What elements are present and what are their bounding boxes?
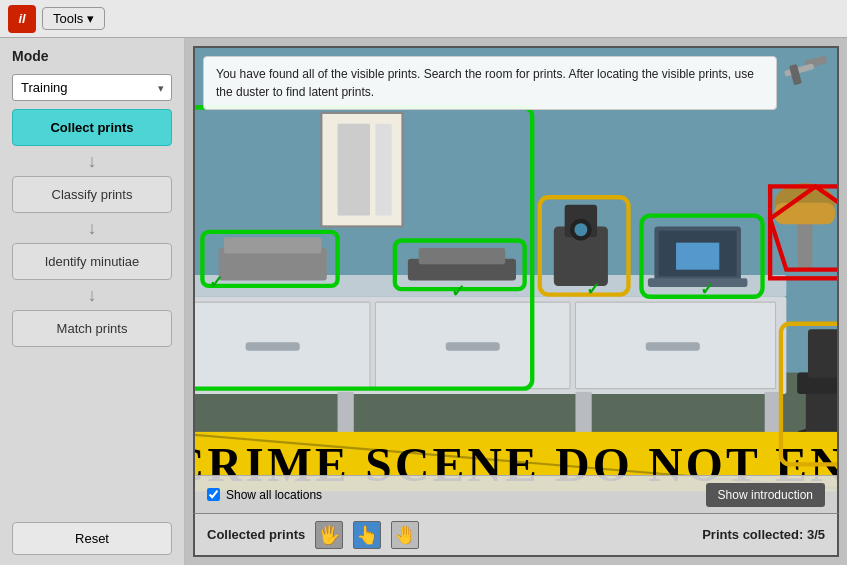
show-intro-button[interactable]: Show introduction: [706, 483, 825, 507]
tools-dropdown-arrow: ▾: [87, 11, 94, 26]
tools-label: Tools: [53, 11, 83, 26]
svg-rect-28: [676, 243, 719, 270]
svg-rect-32: [774, 203, 835, 225]
step-classify-label: Classify prints: [52, 187, 133, 202]
toolbar: il Tools ▾: [0, 0, 847, 38]
svg-text:✓: ✓: [700, 279, 714, 299]
svg-rect-16: [338, 124, 370, 216]
prints-count: Prints collected: 3/5: [702, 527, 825, 542]
duster-icon: [779, 56, 829, 97]
step-identify-button[interactable]: Identify minutiae: [12, 243, 172, 280]
scene-svg: CRIME SCENE DO NOT EN ✓ ✓ ✓ ✓: [195, 48, 837, 513]
show-locations-checkbox[interactable]: [207, 488, 220, 501]
svg-text:✓: ✓: [209, 272, 223, 292]
mode-select[interactable]: Training Assessment: [12, 74, 172, 101]
scene-bottom-bar: Show all locations Show introduction: [195, 475, 837, 513]
mode-select-wrapper: Training Assessment ▾: [12, 74, 172, 101]
scene-wrapper[interactable]: CRIME SCENE DO NOT EN ✓ ✓ ✓ ✓: [193, 46, 839, 513]
reset-button[interactable]: Reset: [12, 522, 172, 555]
main-layout: Mode Training Assessment ▾ Collect print…: [0, 38, 847, 565]
svg-rect-10: [646, 342, 700, 351]
step-classify-button[interactable]: Classify prints: [12, 176, 172, 213]
instruction-text: You have found all of the visible prints…: [216, 67, 754, 99]
step-arrow-1: ↓: [12, 152, 172, 170]
step-match-label: Match prints: [57, 321, 128, 336]
print-thumb-1: 🖐: [315, 521, 343, 549]
step-collect-label: Collect prints: [50, 120, 133, 135]
step-match-button[interactable]: Match prints: [12, 310, 172, 347]
svg-rect-17: [375, 124, 391, 216]
svg-text:✓: ✓: [451, 281, 465, 301]
svg-rect-8: [246, 342, 300, 351]
tools-button[interactable]: Tools ▾: [42, 7, 105, 30]
svg-rect-9: [446, 342, 500, 351]
show-locations-text: Show all locations: [226, 488, 322, 502]
collected-prints-label: Collected prints: [207, 527, 305, 542]
show-locations-label[interactable]: Show all locations: [207, 488, 322, 502]
svg-rect-29: [648, 278, 747, 287]
print-thumb-2: 👆: [353, 521, 381, 549]
svg-rect-19: [224, 237, 321, 253]
svg-rect-21: [419, 248, 506, 264]
instruction-banner: You have found all of the visible prints…: [203, 56, 777, 110]
reset-label: Reset: [75, 531, 109, 546]
prints-left: Collected prints 🖐 👆 🤚: [207, 521, 419, 549]
step-arrow-2: ↓: [12, 219, 172, 237]
print-thumb-3: 🤚: [391, 521, 419, 549]
mode-label: Mode: [12, 48, 172, 64]
show-intro-label: Show introduction: [718, 488, 813, 502]
content-area: CRIME SCENE DO NOT EN ✓ ✓ ✓ ✓: [185, 38, 847, 565]
svg-point-25: [574, 223, 587, 236]
svg-rect-36: [808, 329, 837, 378]
prints-footer: Collected prints 🖐 👆 🤚 Prints collected:…: [193, 513, 839, 557]
logo: il: [8, 5, 36, 33]
svg-text:✓: ✓: [586, 279, 600, 299]
step-identify-label: Identify minutiae: [45, 254, 140, 269]
sidebar: Mode Training Assessment ▾ Collect print…: [0, 38, 185, 565]
step-arrow-3: ↓: [12, 286, 172, 304]
step-collect-button[interactable]: Collect prints: [12, 109, 172, 146]
